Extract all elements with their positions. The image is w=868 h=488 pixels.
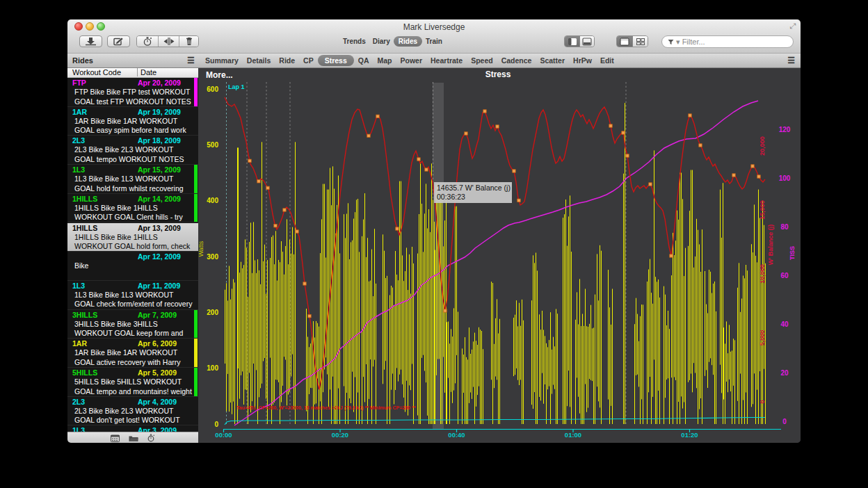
svg-text:W' Balance (j): W' Balance (j) xyxy=(767,225,774,266)
svg-text:Watts: Watts xyxy=(198,241,204,257)
svg-text:60: 60 xyxy=(780,272,789,279)
svg-text:14635.7 W' Balance (j): 14635.7 W' Balance (j) xyxy=(437,184,511,192)
svg-text:00:40: 00:40 xyxy=(448,431,465,439)
svg-text:10,000: 10,000 xyxy=(759,264,766,284)
svg-text:0: 0 xyxy=(759,400,766,403)
svg-text:0: 0 xyxy=(214,421,218,428)
svg-text:500: 500 xyxy=(207,141,218,149)
svg-text:Tau=451, CP=280, W'=23000, 18: Tau=451, CP=280, W'=23000, 18 matches >2… xyxy=(236,405,416,411)
svg-text:00:00: 00:00 xyxy=(215,431,232,439)
svg-text:01:00: 01:00 xyxy=(565,431,581,439)
svg-text:100: 100 xyxy=(207,364,218,372)
svg-text:Lap 1: Lap 1 xyxy=(228,83,245,90)
svg-text:15,000: 15,000 xyxy=(759,200,766,220)
svg-text:00:20: 00:20 xyxy=(332,431,348,439)
svg-text:Stress: Stress xyxy=(485,70,511,79)
svg-text:0: 0 xyxy=(782,418,787,425)
svg-text:300: 300 xyxy=(207,253,218,261)
svg-text:200: 200 xyxy=(207,309,218,316)
svg-text:00:36:23: 00:36:23 xyxy=(437,193,465,201)
svg-text:20: 20 xyxy=(780,369,789,377)
svg-text:80: 80 xyxy=(780,223,789,231)
svg-text:400: 400 xyxy=(207,197,218,204)
svg-text:01:20: 01:20 xyxy=(681,431,698,439)
svg-text:120: 120 xyxy=(779,126,791,133)
svg-text:600: 600 xyxy=(207,86,218,93)
svg-text:100: 100 xyxy=(779,174,791,182)
svg-text:40: 40 xyxy=(780,320,789,328)
svg-text:TISS: TISS xyxy=(789,246,796,260)
svg-text:More...: More... xyxy=(206,70,233,80)
svg-text:20,000: 20,000 xyxy=(759,136,766,156)
svg-text:5,000: 5,000 xyxy=(759,330,766,346)
